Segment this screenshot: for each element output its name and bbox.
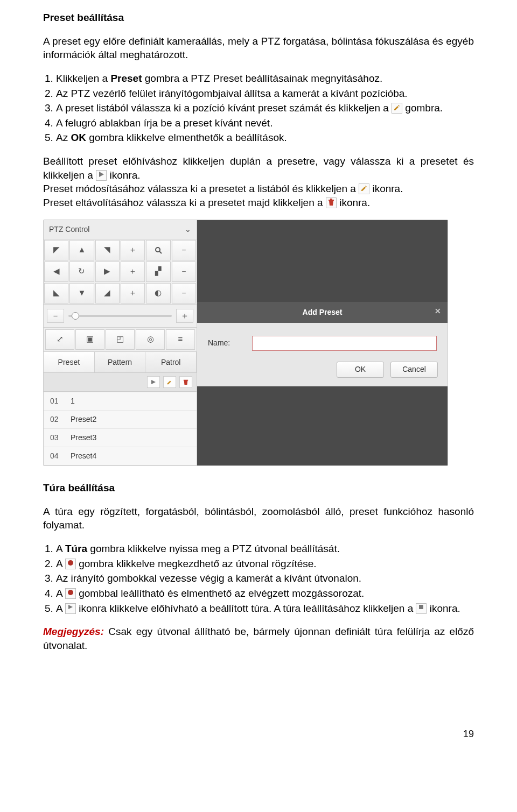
list-item[interactable]: 011 [44, 392, 197, 411]
close-icon[interactable]: ✕ [435, 306, 441, 316]
tab-preset[interactable]: Preset [44, 352, 95, 373]
speed-slider: － ＋ [44, 304, 197, 328]
preset-delete-button[interactable] [179, 376, 192, 388]
tab-pattern[interactable]: Pattern [95, 352, 146, 373]
feat-light-button[interactable]: ⤢ [45, 329, 74, 350]
ptz-panel: PTZ Control ⌄ ◤ ▲ ◥ ＋ － ◀ ↻ ▶ ＋ ▞ － ◣ ▼ … [44, 220, 197, 465]
dir-downright-button[interactable]: ◢ [95, 283, 120, 303]
step-2: Az PTZ vezérlő felület irányítógombjaiva… [56, 87, 474, 101]
preset-edit-button[interactable] [163, 376, 176, 388]
svg-point-4 [68, 560, 73, 566]
step-4: A felugró ablakban írja be a preset kívá… [56, 116, 474, 130]
preset-name-input[interactable] [252, 336, 437, 351]
svg-point-1 [156, 248, 160, 252]
list-item[interactable]: 03Preset3 [44, 429, 197, 447]
note-label: Megjegyzés: [43, 626, 104, 637]
dir-down-button[interactable]: ▼ [69, 283, 94, 303]
play-icon [96, 170, 107, 181]
edit-icon [359, 183, 369, 194]
play-icon [65, 603, 76, 614]
add-preset-dialog: Add Preset ✕ Name: OK Cancel [197, 302, 448, 386]
tour-step-5: A ikonra klikkelve előhívható a beállíto… [56, 602, 474, 616]
focus-icon[interactable]: ▞ [146, 262, 170, 282]
ok-button[interactable]: OK [337, 362, 384, 378]
dir-upright-button[interactable]: ◥ [95, 240, 120, 260]
iris-minus-button[interactable]: － [172, 283, 196, 303]
preset-call-para: Beállított preset előhíváshoz klikkeljen… [43, 154, 474, 210]
dir-upleft-button[interactable]: ◤ [44, 240, 68, 260]
speed-minus-button[interactable]: － [47, 309, 64, 323]
svg-marker-6 [68, 605, 73, 609]
iris-plus-button[interactable]: ＋ [121, 283, 145, 303]
tour-step-3: Az irányító gombokkal vezesse végig a ka… [56, 571, 474, 585]
cancel-button[interactable]: Cancel [390, 362, 438, 378]
section-title-tour: Túra beállítása [43, 481, 474, 495]
preset-intro: A preset egy előre definiált kameraállás… [43, 34, 474, 62]
dir-left-button[interactable]: ◀ [44, 262, 68, 282]
ptz-screenshot: PTZ Control ⌄ ◤ ▲ ◥ ＋ － ◀ ↻ ▶ ＋ ▞ － ◣ ▼ … [43, 220, 448, 466]
tab-patrol[interactable]: Patrol [145, 352, 197, 373]
dir-auto-button[interactable]: ↻ [69, 262, 94, 282]
tour-steps: A Túra gombra klikkelve nyissa meg a PTZ… [43, 542, 474, 615]
dir-right-button[interactable]: ▶ [95, 262, 120, 282]
edit-icon [392, 103, 402, 114]
dir-downleft-button[interactable]: ◣ [44, 283, 68, 303]
ptz-dir-grid: ◤ ▲ ◥ ＋ － ◀ ↻ ▶ ＋ ▞ － ◣ ▼ ◢ ＋ ◐ － [44, 239, 197, 304]
feat-frame-button[interactable]: ▣ [75, 329, 104, 350]
svg-point-5 [68, 590, 73, 595]
zoom-minus-button[interactable]: － [172, 240, 196, 260]
feat-center-button[interactable]: ◎ [136, 329, 165, 350]
dialog-title: Add Preset [303, 307, 343, 317]
svg-marker-0 [99, 172, 104, 177]
record-icon [65, 559, 76, 569]
dir-up-button[interactable]: ▲ [69, 240, 94, 260]
section-title-preset: Preset beállítása [43, 11, 474, 25]
dialog-header: Add Preset ✕ [197, 302, 448, 323]
name-label: Name: [208, 338, 244, 348]
stop-icon [416, 603, 427, 614]
preset-list: 011 02Preset2 03Preset3 04Preset4 [44, 392, 197, 465]
svg-rect-7 [419, 605, 423, 609]
preset-steps: Klikkeljen a Preset gombra a PTZ Preset … [43, 72, 474, 145]
step-5: Az OK gombra klikkelve elmenthetők a beá… [56, 131, 474, 145]
zoom-plus-button[interactable]: ＋ [121, 240, 145, 260]
preset-call-button[interactable] [147, 376, 160, 388]
ptz-tabs: Preset Pattern Patrol [44, 351, 197, 373]
step-3: A preset listából válassza ki a pozíció … [56, 101, 474, 115]
iris-icon[interactable]: ◐ [146, 283, 170, 303]
speed-track[interactable] [68, 315, 172, 317]
trash-icon [326, 197, 337, 208]
feat-menu-button[interactable]: ≡ [166, 329, 195, 350]
svg-line-2 [159, 251, 162, 253]
zoom-icon[interactable] [146, 240, 170, 260]
speed-plus-button[interactable]: ＋ [176, 309, 193, 323]
record-icon [65, 588, 76, 599]
tour-step-1: A Túra gombra klikkelve nyissa meg a PTZ… [56, 542, 474, 556]
preset-toolbar [44, 372, 197, 392]
chevron-down-icon: ⌄ [185, 224, 191, 235]
feat-3d-button[interactable]: ◰ [106, 329, 135, 350]
ptz-title: PTZ Control [49, 224, 89, 235]
tour-step-4: A gombbal leállítható és elmenthető az e… [56, 587, 474, 601]
svg-marker-3 [151, 380, 156, 384]
step-1: Klikkeljen a Preset gombra a PTZ Preset … [56, 72, 474, 86]
focus-minus-button[interactable]: － [172, 262, 196, 282]
tour-note: Megjegyzés: Csak egy útvonal állítható b… [43, 625, 474, 652]
page-number: 19 [43, 728, 474, 740]
list-item[interactable]: 02Preset2 [44, 411, 197, 429]
list-item[interactable]: 04Preset4 [44, 447, 197, 465]
ptz-preview: Add Preset ✕ Name: OK Cancel [197, 220, 448, 465]
tour-step-2: A gombra klikkelve megkezdhető az útvona… [56, 557, 474, 571]
tour-intro: A túra egy rögzített, forgatásból, bólin… [43, 505, 474, 532]
ptz-header[interactable]: PTZ Control ⌄ [44, 220, 197, 239]
focus-plus-button[interactable]: ＋ [121, 262, 145, 282]
